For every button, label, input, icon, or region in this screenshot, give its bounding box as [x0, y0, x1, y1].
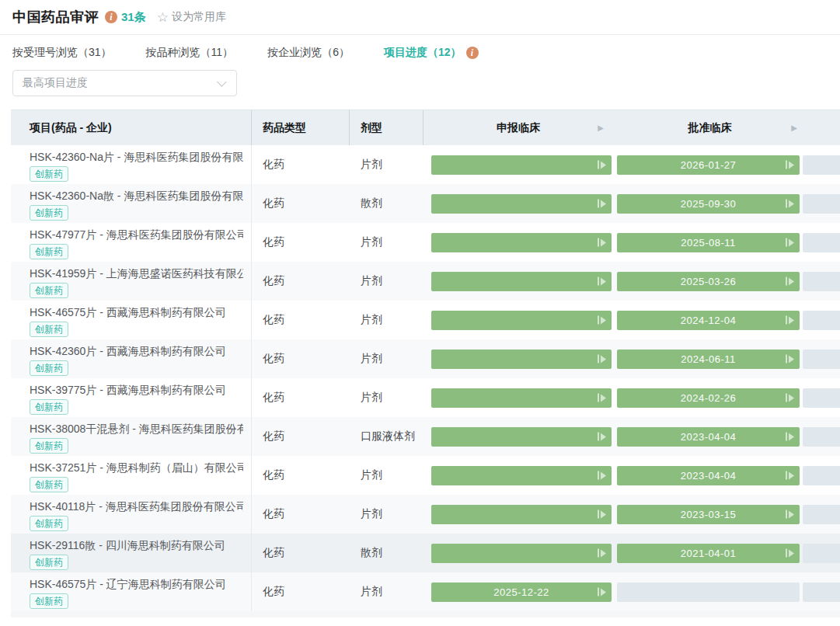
next-stage [800, 339, 840, 378]
approve-clinical-bar[interactable]: 2023-04-04 [617, 466, 800, 485]
info-icon[interactable]: i [105, 11, 117, 23]
step-forward-icon [598, 277, 606, 286]
bar-date: 2024-06-11 [681, 353, 736, 365]
approve-clinical-bar[interactable]: 2025-09-30 [617, 194, 800, 214]
table-row[interactable]: HSK-29116散 - 四川海思科制药有限公司 创新药 化药 散剂 2021-… [11, 534, 840, 572]
next-stage [800, 184, 840, 223]
next-stage-bar[interactable] [803, 272, 840, 291]
table-row[interactable]: HSK-41959片 - 上海海思盛诺医药科技有限公司 创新药 化药 片剂 20… [11, 262, 840, 301]
next-stage-bar[interactable] [803, 505, 840, 524]
approve-clinical-bar[interactable]: 2025-08-11 [617, 233, 800, 252]
col-header-dosage-form: 剂型 [350, 110, 423, 145]
table-row[interactable]: HSK-38008干混悬剂 - 海思科医药集团股份有限公司 创新药 化药 口服液… [11, 417, 840, 456]
step-forward-icon [598, 161, 606, 169]
table-row[interactable]: HSK-40118片 - 海思科医药集团股份有限公司 创新药 化药 片剂 202… [11, 495, 840, 534]
step-forward-icon [786, 161, 794, 169]
next-stage [800, 456, 840, 495]
approve-clinical-bar[interactable]: 2026-01-27 [617, 155, 800, 175]
project-name[interactable]: HSK-38008干混悬剂 - 海思科医药集团股份有限公司 [30, 421, 243, 436]
project-name[interactable]: HSK-40118片 - 海思科医药集团股份有限公司 [30, 499, 243, 514]
tab-project-progress[interactable]: 项目进度（12） i [384, 46, 479, 60]
apply-clinical-bar[interactable]: 2025-12-22 [431, 583, 612, 602]
project-cell: HSK-29116散 - 四川海思科制药有限公司 创新药 [11, 534, 252, 572]
apply-clinical-bar[interactable] [431, 388, 612, 408]
table-row[interactable]: HSK-46575片 - 西藏海思科制药有限公司 创新药 化药 片剂 2024-… [11, 301, 840, 339]
approve-clinical-bar[interactable]: 2024-12-04 [617, 311, 800, 330]
apply-clinical-bar[interactable] [431, 544, 612, 563]
bar-date: 2025-03-26 [681, 276, 737, 287]
apply-clinical-bar[interactable] [431, 466, 612, 485]
next-stage [800, 223, 840, 262]
project-name[interactable]: HSK-37251片 - 海思科制药（眉山）有限公司 [30, 460, 243, 475]
next-stage [800, 572, 840, 611]
innovative-drug-badge: 创新药 [30, 244, 68, 259]
progress-table: 项目(药品 - 企业) 药品类型 剂型 申报临床 ▶ 批准临床 ▶ HSK-42… [11, 110, 840, 617]
info-icon[interactable]: i [466, 47, 479, 59]
next-stage-bar[interactable] [803, 388, 840, 408]
dosage-form-cell: 片剂 [350, 301, 423, 339]
forward-arrow-icon[interactable]: ▶ [598, 123, 604, 132]
apply-clinical-bar[interactable] [431, 350, 612, 369]
project-cell: HSK-46575片 - 西藏海思科制药有限公司 创新药 [11, 301, 252, 339]
bar-date: 2025-08-11 [681, 237, 736, 249]
next-stage-bar[interactable] [803, 194, 840, 214]
table-row[interactable]: HSK-42360-Na片 - 海思科医药集团股份有限公司 创新药 化药 片剂 … [11, 145, 840, 184]
approve-clinical-stage: 2024-12-04 [612, 301, 800, 339]
apply-clinical-stage [423, 378, 612, 417]
apply-clinical-bar[interactable] [431, 272, 612, 291]
next-stage-bar[interactable] [803, 233, 840, 252]
next-stage-bar[interactable] [803, 466, 840, 485]
table-row[interactable]: HSK-39775片 - 西藏海思科制药有限公司 创新药 化药 片剂 2024-… [11, 378, 840, 417]
apply-clinical-bar[interactable] [431, 505, 612, 524]
tab-by-company[interactable]: 按企业浏览（6） [267, 46, 350, 60]
step-forward-icon [598, 433, 606, 441]
approve-clinical-bar[interactable]: 2024-02-26 [617, 388, 800, 408]
project-name[interactable]: HSK-46575片 - 辽宁海思科制药有限公司 [30, 576, 243, 592]
apply-clinical-bar[interactable] [431, 427, 612, 447]
project-name[interactable]: HSK-46575片 - 西藏海思科制药有限公司 [30, 304, 243, 320]
dosage-form-cell: 片剂 [350, 339, 423, 378]
approve-clinical-bar[interactable] [617, 583, 800, 602]
tab-by-acceptance-no[interactable]: 按受理号浏览（31） [12, 46, 112, 60]
approve-clinical-stage: 2026-01-27 [612, 145, 800, 184]
apply-clinical-bar[interactable] [431, 311, 612, 330]
table-row[interactable]: HSK-46575片 - 辽宁海思科制药有限公司 创新药 化药 片剂 2025-… [11, 572, 840, 611]
project-name[interactable]: HSK-41959片 - 上海海思盛诺医药科技有限公司 [30, 266, 243, 281]
progress-gantt: 2025-08-11 [423, 223, 840, 262]
next-stage-bar[interactable] [803, 350, 840, 369]
apply-clinical-bar[interactable] [431, 233, 612, 252]
innovative-drug-badge: 创新药 [30, 399, 68, 415]
table-row[interactable]: HSK-42360片 - 西藏海思科制药有限公司 创新药 化药 片剂 2024-… [11, 339, 840, 378]
innovative-drug-badge: 创新药 [30, 516, 68, 531]
project-name[interactable]: HSK-42360-Na散 - 海思科医药集团股份有限公司 [30, 188, 243, 203]
approve-clinical-bar[interactable]: 2024-06-11 [617, 350, 800, 369]
max-progress-select[interactable]: 最高项目进度 [12, 70, 237, 96]
forward-arrow-icon[interactable]: ▶ [791, 123, 797, 132]
table-row[interactable]: HSK-37251片 - 海思科制药（眉山）有限公司 创新药 化药 片剂 202… [11, 456, 840, 495]
approve-clinical-bar[interactable]: 2023-04-04 [617, 427, 800, 447]
next-stage-bar[interactable] [803, 583, 840, 602]
approve-clinical-bar[interactable]: 2023-03-15 [617, 505, 800, 524]
bar-date: 2021-04-01 [681, 548, 737, 559]
project-name[interactable]: HSK-47977片 - 海思科医药集团股份有限公司 [30, 227, 243, 242]
next-stage-bar[interactable] [803, 544, 840, 563]
table-row[interactable]: HSK-47977片 - 海思科医药集团股份有限公司 创新药 化药 片剂 202… [11, 223, 840, 262]
next-stage [800, 262, 840, 301]
tab-by-variety[interactable]: 按品种浏览（11） [146, 46, 234, 60]
next-stage-bar[interactable] [803, 427, 840, 447]
approve-clinical-stage: 2021-04-01 [612, 534, 800, 572]
project-name[interactable]: HSK-39775片 - 西藏海思科制药有限公司 [30, 382, 243, 398]
project-name[interactable]: HSK-29116散 - 四川海思科制药有限公司 [30, 537, 243, 553]
step-forward-icon [786, 277, 794, 286]
next-stage-bar[interactable] [803, 155, 840, 175]
apply-clinical-bar[interactable] [431, 194, 612, 214]
project-name[interactable]: HSK-42360-Na片 - 海思科医药集团股份有限公司 [30, 149, 243, 165]
step-forward-icon [598, 355, 606, 363]
project-name[interactable]: HSK-42360片 - 西藏海思科制药有限公司 [30, 343, 243, 359]
apply-clinical-bar[interactable] [431, 155, 612, 175]
set-favorite-button[interactable]: ☆ 设为常用库 [157, 10, 226, 24]
next-stage-bar[interactable] [803, 311, 840, 330]
approve-clinical-bar[interactable]: 2025-03-26 [617, 272, 800, 291]
approve-clinical-bar[interactable]: 2021-04-01 [617, 544, 800, 563]
table-row[interactable]: HSK-42360-Na散 - 海思科医药集团股份有限公司 创新药 化药 散剂 … [11, 184, 840, 223]
